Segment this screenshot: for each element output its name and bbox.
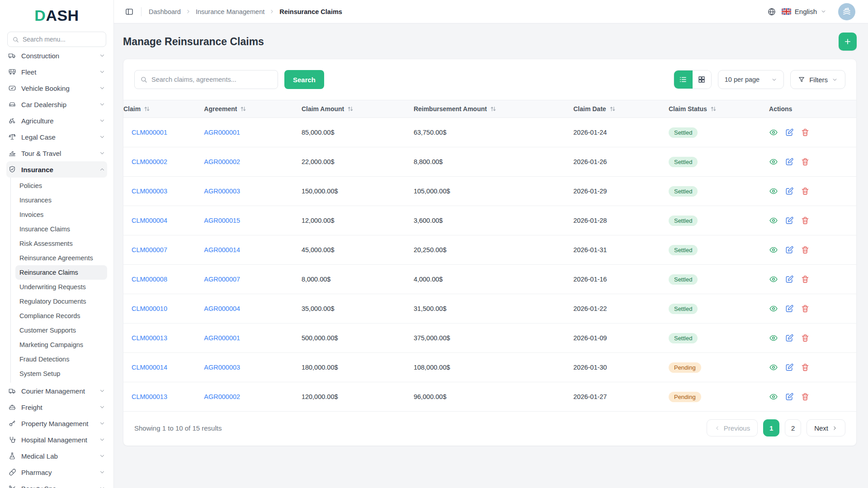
claims-search-input[interactable] xyxy=(151,76,272,83)
add-claim-button[interactable] xyxy=(839,33,857,51)
claim-link[interactable]: CLM000001 xyxy=(132,129,167,136)
sidebar-item[interactable]: Courier Management xyxy=(6,383,107,399)
agreement-link[interactable]: AGR000004 xyxy=(204,305,240,312)
language-selector[interactable]: English xyxy=(782,8,826,15)
column-header[interactable]: Claim Status xyxy=(669,105,769,113)
sort-icon[interactable] xyxy=(144,106,150,112)
sort-icon[interactable] xyxy=(609,106,616,112)
edit-icon[interactable] xyxy=(785,245,794,254)
agreement-link[interactable]: AGR000014 xyxy=(204,246,240,253)
sort-icon[interactable] xyxy=(710,106,717,112)
sidebar-subitem[interactable]: Compliance Records xyxy=(15,309,107,323)
column-header[interactable]: Agreement xyxy=(204,105,302,113)
delete-icon[interactable] xyxy=(801,245,810,254)
view-icon[interactable] xyxy=(769,128,778,137)
sidebar-item[interactable]: Vehicle Booking xyxy=(6,80,107,96)
sort-icon[interactable] xyxy=(347,106,354,112)
claim-link[interactable]: CLM000014 xyxy=(132,364,167,371)
next-page-button[interactable]: Next xyxy=(807,419,845,436)
sidebar-subitem[interactable]: Policies xyxy=(15,178,107,193)
sidebar-item[interactable]: Hospital Management xyxy=(6,432,107,448)
sidebar-subitem[interactable]: System Setup xyxy=(15,366,107,381)
sidebar-subitem[interactable]: Insurances xyxy=(15,193,107,207)
column-header[interactable]: Actions xyxy=(769,105,856,113)
sidebar-item[interactable]: Medical Lab xyxy=(6,448,107,464)
sidebar-item-insurance[interactable]: Insurance xyxy=(6,161,107,178)
column-header[interactable]: Claim xyxy=(123,105,204,113)
edit-icon[interactable] xyxy=(785,275,794,284)
edit-icon[interactable] xyxy=(785,333,794,343)
view-icon[interactable] xyxy=(769,275,778,284)
view-icon[interactable] xyxy=(769,392,778,401)
edit-icon[interactable] xyxy=(785,216,794,225)
sidebar-subitem[interactable]: Customer Supports xyxy=(15,323,107,338)
edit-icon[interactable] xyxy=(785,128,794,137)
view-icon[interactable] xyxy=(769,363,778,372)
edit-icon[interactable] xyxy=(785,157,794,166)
delete-icon[interactable] xyxy=(801,187,810,196)
sidebar-item[interactable]: Property Management xyxy=(6,415,107,432)
list-view-button[interactable] xyxy=(674,70,693,89)
sidebar-item[interactable]: Legal Case xyxy=(6,129,107,145)
sidebar-item[interactable]: Freight xyxy=(6,399,107,415)
sidebar-item[interactable]: Agriculture xyxy=(6,113,107,129)
user-avatar[interactable] xyxy=(838,3,855,20)
sidebar-subitem[interactable]: Reinsurance Claims xyxy=(15,265,107,280)
claim-link[interactable]: CLM000004 xyxy=(132,217,167,224)
agreement-link[interactable]: AGR000015 xyxy=(204,217,240,224)
delete-icon[interactable] xyxy=(801,333,810,343)
delete-icon[interactable] xyxy=(801,363,810,372)
sort-icon[interactable] xyxy=(490,106,496,112)
filters-button[interactable]: Filters xyxy=(790,70,845,89)
page-1-button[interactable]: 1 xyxy=(763,419,779,436)
sidebar-subitem[interactable]: Risk Assessments xyxy=(15,236,107,251)
sidebar-subitem[interactable]: Fraud Detections xyxy=(15,352,107,366)
sidebar-subitem[interactable]: Insurance Claims xyxy=(15,222,107,236)
view-icon[interactable] xyxy=(769,157,778,166)
claim-link[interactable]: CLM000008 xyxy=(132,276,167,283)
claim-link[interactable]: CLM000013 xyxy=(132,334,167,342)
agreement-link[interactable]: AGR000002 xyxy=(204,158,240,165)
sidebar-subitem[interactable]: Underwriting Requests xyxy=(15,280,107,294)
delete-icon[interactable] xyxy=(801,157,810,166)
sidebar-item[interactable]: Car Dealership xyxy=(6,96,107,113)
sidebar-item[interactable]: Construction xyxy=(6,52,107,64)
view-icon[interactable] xyxy=(769,333,778,343)
agreement-link[interactable]: AGR000002 xyxy=(204,393,240,400)
sidebar-item[interactable]: Fleet xyxy=(6,64,107,80)
sidebar-subitem[interactable]: Regulatory Documents xyxy=(15,294,107,309)
claim-link[interactable]: CLM000013 xyxy=(132,393,167,400)
search-button[interactable]: Search xyxy=(284,70,324,89)
view-icon[interactable] xyxy=(769,304,778,313)
column-header[interactable]: Claim Date xyxy=(573,105,669,113)
sidebar-item[interactable]: Pharmacy xyxy=(6,464,107,480)
sidebar-toggle-icon[interactable] xyxy=(125,7,134,16)
edit-icon[interactable] xyxy=(785,304,794,313)
agreement-link[interactable]: AGR000007 xyxy=(204,276,240,283)
delete-icon[interactable] xyxy=(801,216,810,225)
delete-icon[interactable] xyxy=(801,128,810,137)
view-icon[interactable] xyxy=(769,245,778,254)
sidebar-subitem[interactable]: Marketing Campaigns xyxy=(15,338,107,352)
view-icon[interactable] xyxy=(769,216,778,225)
delete-icon[interactable] xyxy=(801,304,810,313)
edit-icon[interactable] xyxy=(785,363,794,372)
globe-icon[interactable] xyxy=(767,7,776,16)
column-header[interactable]: Claim Amount xyxy=(302,105,414,113)
edit-icon[interactable] xyxy=(785,187,794,196)
sidebar-subitem[interactable]: Invoices xyxy=(15,207,107,222)
sidebar-item[interactable]: Tour & Travel xyxy=(6,145,107,161)
claim-link[interactable]: CLM000002 xyxy=(132,158,167,165)
sidebar-subitem[interactable]: Reinsurance Agreements xyxy=(15,251,107,265)
claim-link[interactable]: CLM000007 xyxy=(132,246,167,253)
grid-view-button[interactable] xyxy=(693,70,711,89)
delete-icon[interactable] xyxy=(801,392,810,401)
agreement-link[interactable]: AGR000001 xyxy=(204,334,240,342)
breadcrumb-insurance-management[interactable]: Insurance Management xyxy=(196,8,264,15)
edit-icon[interactable] xyxy=(785,392,794,401)
claim-link[interactable]: CLM000003 xyxy=(132,188,167,195)
sort-icon[interactable] xyxy=(240,106,246,112)
previous-page-button[interactable]: Previous xyxy=(707,419,758,436)
per-page-select[interactable]: 10 per page xyxy=(718,70,784,89)
agreement-link[interactable]: AGR000003 xyxy=(204,188,240,195)
